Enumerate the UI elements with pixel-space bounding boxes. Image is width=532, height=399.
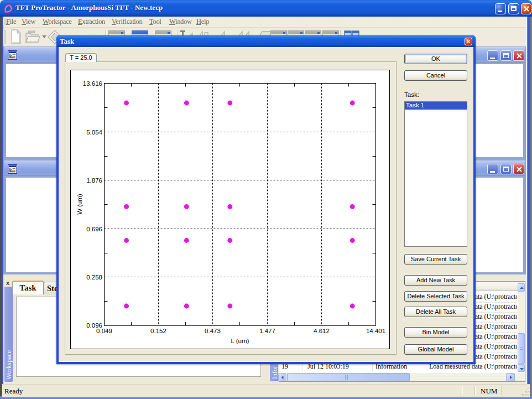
- svg-text:0.696: 0.696: [86, 226, 102, 232]
- svg-text:0.473: 0.473: [205, 328, 221, 334]
- svg-text:L (um): L (um): [231, 338, 249, 344]
- svg-text:W (um): W (um): [76, 194, 83, 215]
- svg-text:5.054: 5.054: [86, 129, 102, 136]
- svg-text:4.612: 4.612: [314, 328, 330, 334]
- svg-text:0.049: 0.049: [96, 328, 112, 334]
- svg-text:0.152: 0.152: [150, 328, 166, 334]
- svg-text:1.876: 1.876: [86, 177, 102, 184]
- svg-text:1.477: 1.477: [259, 328, 275, 334]
- svg-text:14.401: 14.401: [366, 328, 385, 334]
- svg-text:0.258: 0.258: [86, 274, 102, 281]
- svg-text:13.616: 13.616: [83, 80, 102, 87]
